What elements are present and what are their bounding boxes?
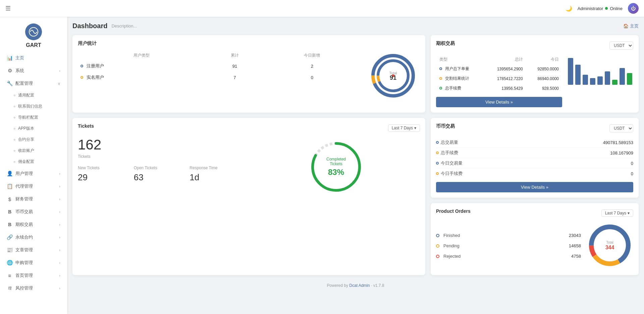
sidebar-item-finance[interactable]: $ 财务管理 › xyxy=(0,193,67,205)
sidebar-item-payment-account[interactable]: 收款账户 xyxy=(0,145,67,156)
tickets-filter-badge[interactable]: Last 7 Days ▾ xyxy=(388,124,420,132)
sidebar-item-commission-config[interactable]: 佣金配置 xyxy=(0,156,67,167)
coin-trade-title: 币币交易 xyxy=(436,123,455,129)
bottom-grid: Tickets Last 7 Days ▾ 162 Tickets New Ti… xyxy=(72,118,639,275)
coin-total-volume-label: 总交易量 xyxy=(436,139,603,145)
coin-trade-view-details-button[interactable]: View Details » xyxy=(436,182,633,192)
sidebar-label-futures: 期权交易 xyxy=(15,222,33,228)
registered-today: 2 xyxy=(264,60,360,72)
coin-row-total-volume: 总交易量 490781.589153 xyxy=(436,137,633,148)
sidebar-item-agent-mgmt[interactable]: 📋 代理管理 › xyxy=(0,180,67,193)
topbar-left: ☰ xyxy=(5,5,11,12)
sidebar-item-navbar-config[interactable]: 导航栏配置 xyxy=(0,112,67,123)
risk-arrow-icon: › xyxy=(59,286,60,290)
order-row-rejected: Rejected 4758 xyxy=(436,251,581,261)
rejected-label: Rejected xyxy=(443,254,567,259)
sidebar-item-futures[interactable]: B 期权交易 › xyxy=(0,218,67,231)
sidebar-item-apply[interactable]: 🌐 申购管理 › xyxy=(0,256,67,269)
system-arrow-icon: › xyxy=(59,69,60,73)
sidebar-item-contract-share[interactable]: 合约分享 xyxy=(0,134,67,145)
sidebar-label-config: 配置管理 xyxy=(15,80,33,86)
payment-account-label: 收款账户 xyxy=(18,148,34,153)
futures-view-details-button[interactable]: View Details » xyxy=(436,97,562,107)
product-orders-donut-svg: Total 344 xyxy=(586,222,633,269)
risk-nav-icon: 理 xyxy=(7,286,13,291)
futures-bar-svg xyxy=(566,55,633,91)
tickets-total-label: Tickets xyxy=(78,154,246,159)
user-mgmt-arrow-icon: › xyxy=(59,172,60,176)
finished-dot xyxy=(436,234,439,237)
page-title-area: Dashboard Description... xyxy=(72,22,137,30)
home-breadcrumb-link[interactable]: 🏠 主页 xyxy=(623,23,639,29)
futures-today-settlement: 86940.0000 xyxy=(526,74,561,83)
bar-2 xyxy=(575,65,581,85)
sidebar-item-risk[interactable]: 理 风控管理 › xyxy=(0,282,67,295)
futures-body: 类型 总计 今日 用户总下单量 xyxy=(436,55,633,107)
user-info: Administrator Online xyxy=(578,6,623,11)
coin-today-fee-value: 0 xyxy=(631,171,633,176)
verified-dot xyxy=(80,76,83,79)
coin-dot-3 xyxy=(436,162,439,165)
futures-row-fee: 总手续费 13956.5429 928.5000 xyxy=(437,84,561,93)
tickets-header: Tickets Last 7 Days ▾ xyxy=(78,123,420,133)
futures-total-fee: 13956.5429 xyxy=(484,84,526,93)
futures-type-settlement: 交割结果统计 xyxy=(437,74,484,83)
sidebar-item-article[interactable]: 📰 文章管理 › xyxy=(0,244,67,256)
sidebar-item-user-mgmt[interactable]: 👤 用户管理 › xyxy=(0,167,67,180)
theme-toggle-icon[interactable]: 🌙 xyxy=(566,5,572,12)
sidebar-item-perpetual[interactable]: 🔗 永续合约 › xyxy=(0,231,67,244)
tickets-left: 162 Tickets New Tickets 29 Open Tickets … xyxy=(78,137,246,183)
coin-total-volume-value: 490781.589153 xyxy=(603,140,633,145)
sidebar: GART 📊 主页 ⚙ 系统 › 🔧 配置管理 ∨ 通用配置 联系我们信息 导航… xyxy=(0,17,67,314)
coin-trade-select[interactable]: USDT xyxy=(609,124,633,132)
sidebar-item-home[interactable]: 📊 主页 xyxy=(0,52,67,64)
product-orders-filter-badge[interactable]: Last 7 Days ▾ xyxy=(601,209,633,217)
sidebar-label-system: 系统 xyxy=(15,68,24,74)
tickets-stat-open: Open Tickets 63 xyxy=(134,166,190,183)
home-nav-icon: 📊 xyxy=(7,55,13,61)
futures-arrow-icon: › xyxy=(59,223,60,227)
user-mgmt-nav-icon: 👤 xyxy=(7,171,13,177)
new-tickets-value: 29 xyxy=(78,172,134,183)
sidebar-item-general-config[interactable]: 通用配置 xyxy=(0,90,67,101)
sidebar-label-coin-trade: 币币交易 xyxy=(15,209,33,215)
futures-col-type: 类型 xyxy=(437,55,484,64)
coin-today-fee-label: 今日手续费 xyxy=(436,171,631,177)
coin-total-fee-value: 108.167909 xyxy=(610,150,633,155)
futures-table-area: 类型 总计 今日 用户总下单量 xyxy=(436,55,562,107)
user-stats-body: 用户类型 累计 今日新增 注册用户 xyxy=(78,51,420,101)
general-config-label: 通用配置 xyxy=(18,92,34,98)
power-button[interactable]: ⏻ xyxy=(628,3,639,14)
sidebar-item-homepage[interactable]: ≡ 首页管理 › xyxy=(0,269,67,282)
futures-period-select[interactable]: USDT xyxy=(609,42,633,50)
user-name: Administrator xyxy=(578,6,603,11)
response-time-value: 1d xyxy=(190,172,246,183)
open-tickets-label: Open Tickets xyxy=(134,166,190,170)
bar-1 xyxy=(568,58,573,85)
system-nav-icon: ⚙ xyxy=(7,68,13,74)
sidebar-item-config[interactable]: 🔧 配置管理 ∨ xyxy=(0,77,67,90)
completed-tickets-label: Completed Tickets xyxy=(321,157,351,166)
top-grid: 用户统计 用户类型 累计 今日新增 xyxy=(72,35,639,113)
registered-total: 91 xyxy=(205,60,264,72)
home-link-label: 主页 xyxy=(630,23,639,29)
sidebar-item-system[interactable]: ⚙ 系统 › xyxy=(0,64,67,77)
sidebar-item-coin-trade[interactable]: B 币币交易 › xyxy=(0,205,67,218)
sidebar-item-contact-info[interactable]: 联系我们信息 xyxy=(0,101,67,112)
finished-count: 23043 xyxy=(569,233,581,238)
hamburger-icon[interactable]: ☰ xyxy=(5,5,11,12)
sidebar-item-app-version[interactable]: APP版本 xyxy=(0,123,67,134)
user-stats-table: 用户类型 累计 今日新增 注册用户 xyxy=(78,51,360,101)
homepage-arrow-icon: › xyxy=(59,273,60,277)
futures-header: 期权交易 USDT xyxy=(436,41,633,51)
futures-title: 期权交易 xyxy=(436,41,455,47)
verified-total: 7 xyxy=(205,72,264,83)
finance-nav-icon: $ xyxy=(7,196,13,202)
user-type-registered: 注册用户 xyxy=(78,60,205,72)
article-arrow-icon: › xyxy=(59,248,60,252)
pending-label: Pending xyxy=(443,243,565,248)
product-orders-donut: Total 344 xyxy=(586,222,633,270)
fee-dot xyxy=(439,87,442,89)
completed-pct: 83% xyxy=(321,168,351,177)
dcat-admin-link[interactable]: Dcat Admin xyxy=(349,283,370,288)
